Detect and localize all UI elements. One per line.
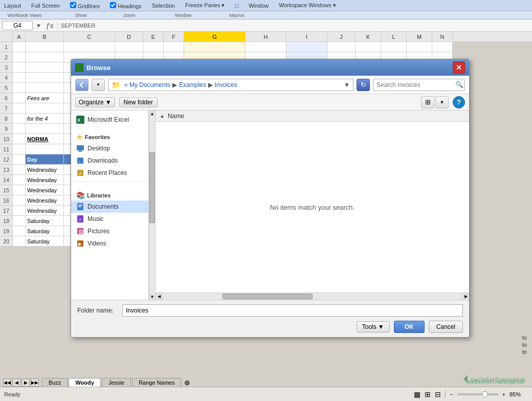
scroll-right-arrow[interactable]: ▶ — [462, 293, 469, 300]
nav-item-recent[interactable]: ↺ Recent Places — [71, 167, 148, 179]
svg-rect-5 — [79, 150, 82, 151]
button-row: Tools ▼ OK Cancel — [77, 321, 463, 333]
cancel-button[interactable]: Cancel — [429, 321, 463, 333]
nav-item-desktop[interactable]: Desktop — [71, 142, 148, 154]
nav-item-documents[interactable]: Documents — [71, 201, 148, 213]
scroll-track[interactable] — [149, 117, 155, 294]
help-button[interactable]: ? — [453, 96, 465, 108]
nav-panel-container: X Microsoft Excel ★ Favorites — [71, 110, 156, 300]
svg-rect-12 — [78, 205, 82, 205]
videos-icon: ▶ — [76, 239, 84, 248]
new-folder-button[interactable]: New folder — [119, 97, 158, 107]
svg-text:🖼: 🖼 — [78, 229, 83, 234]
dialog-toolbar: Organize ▼ New folder ⊞ ▼ ? — [71, 94, 469, 110]
libraries-icon: 📚 — [76, 191, 85, 199]
svg-rect-13 — [78, 206, 82, 206]
nav-item-excel[interactable]: X Microsoft Excel — [71, 114, 148, 126]
downloads-icon: ↓ — [76, 157, 84, 165]
folder-name-input[interactable] — [122, 304, 463, 317]
address-path[interactable]: 📁 « My Documents ▶ Examples ▶ Invoices ▼ — [108, 79, 353, 91]
music-icon: ♪ — [76, 215, 84, 223]
dialog-addressbar: ▼ 📁 « My Documents ▶ Examples ▶ Invoices… — [71, 76, 469, 94]
organize-button[interactable]: Organize ▼ — [75, 97, 115, 107]
svg-text:▶: ▶ — [78, 241, 82, 247]
refresh-button[interactable]: ↻ — [357, 79, 370, 91]
svg-rect-4 — [77, 145, 84, 150]
dialog-content: X Microsoft Excel ★ Favorites — [71, 110, 469, 300]
file-area: ▲ Name No items match your search. ◀ ▶ — [156, 110, 469, 300]
horiz-track[interactable] — [163, 293, 462, 300]
nav-item-music[interactable]: ♪ Music — [71, 213, 148, 225]
dialog-titlebar: X Browse ✕ — [71, 59, 469, 76]
svg-text:↺: ↺ — [78, 171, 82, 176]
pictures-icon: 🖼 — [76, 227, 84, 235]
nav-downloads-label: Downloads — [87, 157, 118, 164]
path-dropdown-arrow[interactable]: ▼ — [344, 81, 350, 88]
horizontal-scrollbar[interactable]: ◀ ▶ — [156, 293, 469, 300]
file-content: No items match your search. — [156, 122, 469, 293]
svg-text:↓: ↓ — [78, 159, 80, 164]
favorites-star-icon: ★ — [76, 133, 83, 141]
svg-rect-14 — [78, 207, 81, 207]
no-items-message: No items match your search. — [270, 204, 354, 211]
nav-documents-label: Documents — [87, 203, 119, 210]
excel-icon: X — [76, 116, 84, 124]
nav-recent-label: Recent Places — [87, 169, 127, 176]
browse-dialog: X Browse ✕ ▼ 📁 « My Documents ▶ Examples… — [71, 59, 470, 338]
file-area-header: ▲ Name — [156, 110, 469, 122]
documents-icon — [76, 203, 84, 211]
desktop-icon — [76, 144, 84, 152]
scroll-up-arrow[interactable]: ▲ — [149, 110, 155, 117]
tools-dropdown-icon: ▼ — [378, 323, 384, 330]
nav-excel-label: Microsoft Excel — [87, 116, 129, 123]
dialog-footer: Folder name: Tools ▼ OK Cancel — [71, 300, 469, 337]
organize-dropdown-icon: ▼ — [105, 99, 112, 106]
recent-places-icon: ↺ — [76, 169, 84, 177]
svg-text:X: X — [77, 118, 80, 123]
horiz-thumb[interactable] — [223, 294, 313, 299]
nav-item-downloads[interactable]: ↓ Downloads — [71, 154, 148, 167]
svg-rect-6 — [78, 151, 83, 152]
nav-panel: X Microsoft Excel ★ Favorites — [71, 110, 149, 300]
nav-item-videos[interactable]: ▶ Videos — [71, 237, 148, 250]
view-mode-button[interactable]: ⊞ — [421, 96, 434, 108]
scroll-down-arrow[interactable]: ▼ — [149, 294, 155, 300]
search-box[interactable]: 🔍 — [373, 79, 465, 91]
dialog-title-left: X Browse — [75, 63, 110, 72]
scroll-thumb[interactable] — [149, 152, 155, 222]
view-dropdown-button[interactable]: ▼ — [435, 96, 449, 108]
folder-name-row: Folder name: — [77, 304, 463, 317]
nav-libraries-header: 📚 Libraries — [71, 187, 148, 201]
nav-pictures-label: Pictures — [87, 228, 109, 235]
ok-button[interactable]: OK — [394, 321, 425, 333]
name-column-header[interactable]: Name — [168, 113, 184, 120]
scroll-left-arrow[interactable]: ◀ — [156, 293, 163, 300]
search-input[interactable] — [376, 81, 453, 88]
path-root[interactable]: « My Documents — [124, 81, 170, 88]
dialog-close-button[interactable]: ✕ — [453, 61, 465, 74]
nav-favorites-header: ★ Favorites — [71, 129, 148, 142]
nav-desktop-label: Desktop — [87, 145, 110, 152]
sort-up-icon[interactable]: ▲ — [160, 113, 165, 119]
nav-item-pictures[interactable]: 🖼 Pictures — [71, 225, 148, 237]
search-icon[interactable]: 🔍 — [455, 81, 463, 88]
nav-scrollbar[interactable]: ▲ ▼ — [149, 110, 155, 300]
folder-name-label: Folder name: — [77, 307, 118, 314]
svg-text:♪: ♪ — [79, 216, 81, 222]
view-toggle: ⊞ ▼ — [421, 96, 449, 108]
path-examples[interactable]: Examples — [179, 81, 206, 88]
dialog-title-text: Browse — [86, 64, 110, 72]
nav-music-label: Music — [87, 215, 103, 222]
dialog-overlay: X Browse ✕ ▼ 📁 « My Documents ▶ Examples… — [0, 0, 532, 401]
nav-videos-label: Videos — [87, 240, 106, 247]
path-invoices[interactable]: Invoices — [215, 81, 237, 88]
nav-dropdown-button[interactable]: ▼ — [92, 79, 105, 91]
nav-back-button[interactable] — [75, 79, 88, 91]
dialog-excel-icon: X — [75, 63, 83, 72]
tools-button[interactable]: Tools ▼ — [357, 321, 390, 332]
